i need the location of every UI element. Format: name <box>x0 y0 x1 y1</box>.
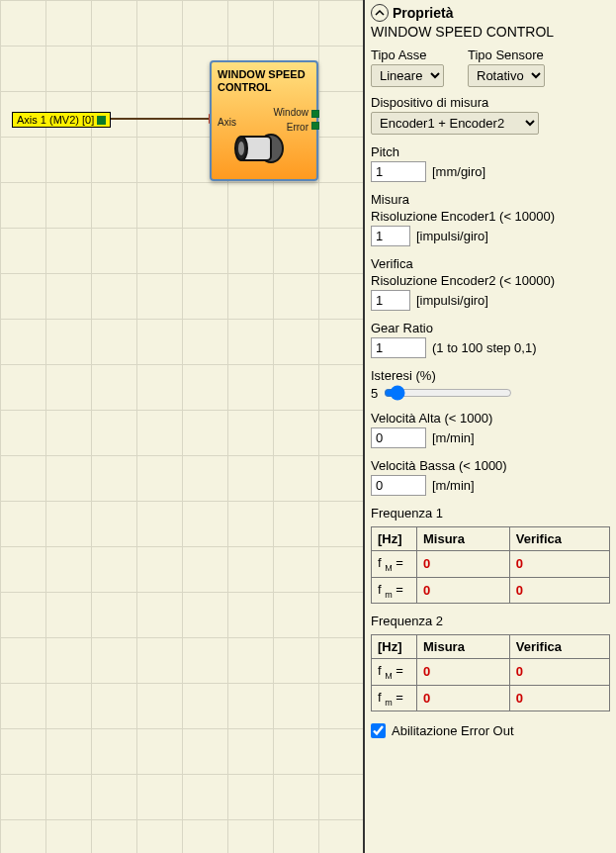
enable-error-label: Abilitazione Error Out <box>392 723 514 738</box>
window-speed-control-block[interactable]: WINDOW SPEED CONTROL Axis Window Error <box>210 60 318 181</box>
freq1-fm-verifica: 0 <box>509 577 609 604</box>
col-misura: Misura <box>417 527 510 551</box>
freq2-fm-verifica: 0 <box>509 685 609 711</box>
row-fm-label: f m = <box>372 685 417 711</box>
properties-title: Proprietà <box>393 5 453 21</box>
table-row: f M = 0 0 <box>372 551 610 578</box>
tipo-sensore-label: Tipo Sensore <box>468 47 545 62</box>
pitch-unit: [mm/giro] <box>432 164 485 179</box>
tipo-asse-label: Tipo Asse <box>371 47 444 62</box>
verifica-label: Verifica <box>371 256 610 271</box>
connection-wire[interactable] <box>111 118 218 120</box>
output-port-icon[interactable] <box>97 116 106 125</box>
table-row: [Hz] Misura Verifica <box>372 635 610 659</box>
dispositivo-select[interactable]: Encoder1 + Encoder2 <box>371 112 539 135</box>
isteresi-slider[interactable] <box>384 385 512 401</box>
pitch-input[interactable] <box>371 161 426 182</box>
vel-bassa-label: Velocità Bassa (< 1000) <box>371 458 610 473</box>
res-enc2-label: Risoluzione Encoder2 (< 10000) <box>371 273 610 288</box>
freq1-fm-misura: 0 <box>417 577 510 604</box>
res-enc1-input[interactable] <box>371 226 410 246</box>
isteresi-label: Isteresi (%) <box>371 368 610 383</box>
enable-error-checkbox[interactable] <box>371 723 386 738</box>
motor-icon <box>233 130 287 167</box>
table-row: f m = 0 0 <box>372 685 610 711</box>
freq2-fM-verifica: 0 <box>509 659 609 686</box>
col-misura: Misura <box>417 635 510 659</box>
tipo-asse-select[interactable]: Lineare <box>371 64 444 87</box>
freq1-fM-verifica: 0 <box>509 551 609 578</box>
vel-alta-unit: [m/min] <box>432 430 475 445</box>
gear-label: Gear Ratio <box>371 321 610 335</box>
col-verifica: Verifica <box>509 635 609 659</box>
freq1-table: [Hz] Misura Verifica f M = 0 0 f m = 0 0 <box>371 526 610 604</box>
freq2-table: [Hz] Misura Verifica f M = 0 0 f m = 0 0 <box>371 634 610 711</box>
col-verifica: Verifica <box>509 527 609 551</box>
gear-input[interactable] <box>371 337 426 358</box>
diagram-canvas[interactable]: Axis 1 (MV2) [0] WINDOW SPEED CONTROL Ax… <box>0 0 365 853</box>
vel-alta-label: Velocità Alta (< 1000) <box>371 411 610 426</box>
res-enc2-input[interactable] <box>371 290 410 311</box>
output-port-error[interactable] <box>311 122 319 130</box>
misura-label: Misura <box>371 192 610 207</box>
res-enc1-unit: [impulsi/giro] <box>416 229 488 243</box>
block-port-axis-label: Axis <box>218 117 236 128</box>
row-fm-label: f m = <box>372 577 417 604</box>
properties-header: Proprietà <box>371 4 610 22</box>
collapse-toggle[interactable] <box>371 4 389 22</box>
gear-unit: (1 to 100 step 0,1) <box>432 340 537 355</box>
chevron-up-icon <box>375 8 385 18</box>
col-hz: [Hz] <box>372 635 417 659</box>
vel-bassa-unit: [m/min] <box>432 478 475 493</box>
axis-source-label: Axis 1 (MV2) [0] <box>17 114 94 126</box>
freq2-fm-misura: 0 <box>417 685 510 711</box>
freq1-fM-misura: 0 <box>417 551 510 578</box>
res-enc2-unit: [impulsi/giro] <box>416 293 488 308</box>
vel-bassa-input[interactable] <box>371 475 426 496</box>
row-fM-label: f M = <box>372 551 417 578</box>
table-row: f M = 0 0 <box>372 659 610 686</box>
res-enc1-label: Risoluzione Encoder1 (< 10000) <box>371 209 610 224</box>
svg-point-3 <box>238 142 244 155</box>
dispositivo-label: Dispositivo di misura <box>371 95 610 110</box>
tipo-sensore-select[interactable]: Rotativo <box>468 64 545 87</box>
output-port-window[interactable] <box>311 110 319 118</box>
col-hz: [Hz] <box>372 527 417 551</box>
table-row: [Hz] Misura Verifica <box>372 527 610 551</box>
pitch-label: Pitch <box>371 144 610 159</box>
table-row: f m = 0 0 <box>372 577 610 604</box>
block-port-window-label: Window <box>273 107 308 118</box>
axis-source-node[interactable]: Axis 1 (MV2) [0] <box>12 112 111 128</box>
freq2-title: Frequenza 2 <box>371 614 610 628</box>
freq2-fM-misura: 0 <box>417 659 510 686</box>
properties-panel: Proprietà WINDOW SPEED CONTROL Tipo Asse… <box>365 0 616 853</box>
block-port-error-label: Error <box>287 122 308 133</box>
properties-subtitle: WINDOW SPEED CONTROL <box>371 24 610 40</box>
block-title: WINDOW SPEED CONTROL <box>218 68 310 93</box>
isteresi-value: 5 <box>371 386 378 401</box>
freq1-title: Frequenza 1 <box>371 506 610 521</box>
row-fM-label: f M = <box>372 659 417 686</box>
vel-alta-input[interactable] <box>371 427 426 448</box>
